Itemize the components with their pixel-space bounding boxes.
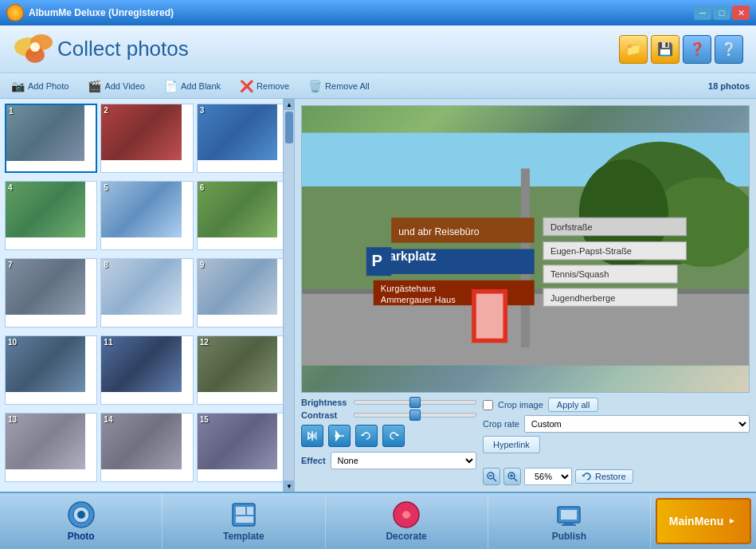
photo-number: 8 [104,261,108,269]
scroll-down-arrow[interactable]: ▼ [284,480,295,492]
brightness-slider[interactable] [354,400,476,405]
photo-number: 13 [8,415,17,424]
photo-thumb-10[interactable]: 10 [5,335,97,405]
photo-number: 11 [104,338,112,347]
nav-photo[interactable]: Photo [0,493,163,549]
photo-thumb-9[interactable]: 9 [197,258,289,327]
zoom-select[interactable]: 25% 50% 56% 75% 100% [524,468,572,485]
app-logo [6,4,24,22]
save-button[interactable]: 💾 [651,35,680,64]
crop-rate-select[interactable]: Custom 4:3 16:9 1:1 [524,415,750,433]
photo-thumb-6[interactable]: 6 [197,181,289,250]
main-menu-button[interactable]: MainMenu [656,498,751,544]
photo-number: 10 [8,338,17,347]
contrast-slider[interactable] [354,413,476,418]
page-title: Collect photos [57,37,189,61]
svg-text:Eugen-Papst-Straße: Eugen-Papst-Straße [550,246,632,256]
svg-line-35 [514,478,517,481]
photo-thumb-11[interactable]: 11 [100,335,193,405]
rotate-right-button[interactable] [382,425,405,447]
svg-text:Jugendherberge: Jugendherberge [550,293,616,303]
add-blank-label: Add Blank [181,81,221,91]
crop-image-checkbox[interactable] [483,400,493,410]
remove-button[interactable]: ❌ Remove [235,78,294,94]
crop-image-label: Crop image [498,400,543,410]
restore-label: Restore [595,472,626,481]
photo-thumb-5[interactable]: 5 [100,181,193,250]
svg-line-32 [493,478,496,481]
crop-rate-row: Crop rate Custom 4:3 16:9 1:1 [483,415,750,433]
minimize-button[interactable]: ─ [694,6,711,20]
header-tools: 📁 💾 ❓ ❔ [619,35,743,64]
svg-rect-43 [247,507,253,515]
help-button[interactable]: ❓ [683,35,711,64]
svg-rect-42 [236,507,245,515]
brightness-thumb[interactable] [409,397,421,408]
add-blank-button[interactable]: 📄 Add Blank [159,78,225,94]
hyperlink-button[interactable]: Hyperlink [483,436,540,453]
flip-horizontal-button[interactable] [301,425,323,447]
photo-thumb-4[interactable]: 4 [5,181,97,250]
nav-decorate[interactable]: Decorate [326,493,488,549]
left-controls: Brightness Contrast [301,398,476,485]
photos-count: 18 photos [708,81,750,91]
photo-number: 7 [8,261,13,269]
remove-all-icon: 🗑️ [308,80,322,92]
nav-template-label: Template [223,531,264,542]
photo-thumb-14[interactable]: 14 [100,413,193,482]
add-photo-icon: 📷 [11,80,25,92]
header: Collect photos 📁 💾 ❓ ❔ [0,25,756,73]
contrast-row: Contrast [301,410,476,420]
rotate-left-button[interactable] [355,425,378,447]
svg-text:Ammergauer Haus: Ammergauer Haus [381,295,456,304]
edit-icons-row [301,423,476,449]
add-video-button[interactable]: 🎬 Add Video [83,78,150,94]
photo-thumb-15[interactable]: 15 [197,413,289,482]
effect-select[interactable]: None Grayscale Sepia [331,452,476,469]
photo-thumb-3[interactable]: 3 [197,104,289,173]
zoom-out-button[interactable] [483,468,500,485]
photo-thumb-2[interactable]: 2 [100,104,193,173]
svg-text:P: P [372,252,382,269]
apply-all-button[interactable]: Apply all [548,398,599,412]
scroll-up-arrow[interactable]: ▲ [284,99,295,110]
photo-number: 6 [200,183,205,192]
toolbar: 📷 Add Photo 🎬 Add Video 📄 Add Blank ❌ Re… [0,73,756,99]
header-logo [13,31,57,68]
close-button[interactable]: ✕ [732,6,750,20]
contrast-label: Contrast [301,410,349,420]
zoom-in-button[interactable] [503,468,521,485]
main-area: 123456789101112131415 ▲ ▼ [0,99,756,492]
strip-scrollbar[interactable]: ▲ ▼ [283,99,294,492]
info-button[interactable]: ❔ [715,35,743,64]
remove-all-button[interactable]: 🗑️ Remove All [304,78,374,94]
nav-decorate-label: Decorate [386,531,426,542]
restore-button[interactable]: Restore [575,469,633,484]
photo-thumb-1[interactable]: 1 [5,104,97,173]
photo-number: 15 [200,415,209,424]
add-video-label: Add Video [104,81,145,91]
scroll-thumb[interactable] [285,112,293,143]
photo-number: 12 [200,338,209,347]
photo-thumb-8[interactable]: 8 [100,258,193,327]
open-folder-button[interactable]: 📁 [619,35,648,64]
zoom-row: 25% 50% 56% 75% 100% Restore [483,468,750,485]
contrast-thumb[interactable] [409,410,421,421]
photo-thumb-7[interactable]: 7 [5,258,97,327]
add-photo-button[interactable]: 📷 Add Photo [6,78,73,94]
crop-image-row: Crop image Apply all [483,398,750,412]
effect-label: Effect [301,456,326,465]
nav-publish[interactable]: Publish [488,493,651,549]
main-menu-label: MainMenu [669,515,723,527]
nav-template[interactable]: Template [163,493,325,549]
svg-point-40 [77,511,85,519]
photo-thumb-12[interactable]: 12 [197,335,289,405]
flip-vertical-button[interactable] [328,425,351,447]
maximize-button[interactable]: □ [713,6,731,20]
preview-image: und abr Reisebüro Parkplatz P Kurgästeha… [301,105,750,393]
template-nav-icon [229,500,258,529]
photo-strip: 123456789101112131415 ▲ ▼ [0,99,295,492]
preview-area: und abr Reisebüro Parkplatz P Kurgästeha… [295,99,756,492]
photo-number: 9 [200,261,205,269]
photo-thumb-13[interactable]: 13 [5,413,97,482]
